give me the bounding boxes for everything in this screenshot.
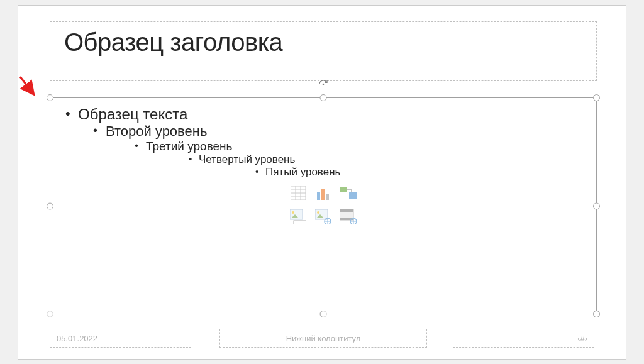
footer-date-text: 05.01.2022: [57, 334, 97, 343]
resize-handle-bottom-right[interactable]: [593, 311, 600, 317]
footer-center-placeholder[interactable]: Нижний колонтитул: [219, 329, 427, 348]
insert-smartart-icon[interactable]: [339, 185, 358, 201]
bullet-level-4[interactable]: Четвертый уровень: [199, 153, 295, 165]
resize-handle-top-right[interactable]: [593, 94, 600, 101]
bullet-level-3[interactable]: Третий уровень: [146, 140, 233, 153]
svg-rect-7: [317, 192, 320, 200]
insert-online-picture-icon[interactable]: [314, 209, 333, 225]
svg-point-16: [317, 211, 319, 214]
svg-rect-9: [326, 194, 329, 200]
insert-table-icon[interactable]: [289, 185, 308, 201]
bullet-level-1[interactable]: Образец текста: [78, 106, 187, 123]
title-placeholder[interactable]: Образец заголовка: [50, 21, 597, 81]
svg-rect-14: [294, 221, 306, 224]
title-text[interactable]: Образец заголовка: [64, 28, 582, 57]
resize-handle-middle-left[interactable]: [47, 202, 53, 209]
svg-point-0: [323, 84, 325, 85]
footer-center-text: Нижний колонтитул: [286, 334, 361, 343]
resize-handle-bottom-middle[interactable]: [320, 311, 327, 317]
content-inserter: [289, 185, 358, 228]
resize-handle-top-left[interactable]: [47, 94, 53, 101]
svg-rect-10: [340, 187, 347, 192]
rotate-handle-icon[interactable]: [318, 79, 328, 89]
bullet-list[interactable]: Образец текста Второй уровень Третий уро…: [64, 106, 582, 179]
footer-date-placeholder[interactable]: 05.01.2022: [50, 329, 191, 348]
resize-handle-top-middle[interactable]: [320, 94, 327, 101]
resize-handle-bottom-left[interactable]: [47, 311, 53, 317]
slide-canvas: Образец заголовка Образец текста Второй …: [18, 5, 626, 360]
footer-slide-number-placeholder[interactable]: ‹#›: [453, 329, 594, 348]
svg-rect-11: [349, 192, 357, 199]
svg-rect-21: [340, 209, 353, 212]
svg-point-13: [292, 211, 294, 214]
footer-slide-number-text: ‹#›: [577, 334, 587, 343]
resize-handle-middle-right[interactable]: [593, 202, 600, 209]
content-placeholder[interactable]: Образец текста Второй уровень Третий уро…: [50, 97, 597, 314]
bullet-level-5[interactable]: Пятый уровень: [265, 166, 340, 178]
insert-video-icon[interactable]: [339, 209, 358, 225]
bullet-level-2[interactable]: Второй уровень: [106, 123, 207, 139]
svg-rect-8: [321, 189, 325, 200]
insert-chart-icon[interactable]: [314, 185, 333, 201]
insert-picture-icon[interactable]: [289, 209, 308, 225]
